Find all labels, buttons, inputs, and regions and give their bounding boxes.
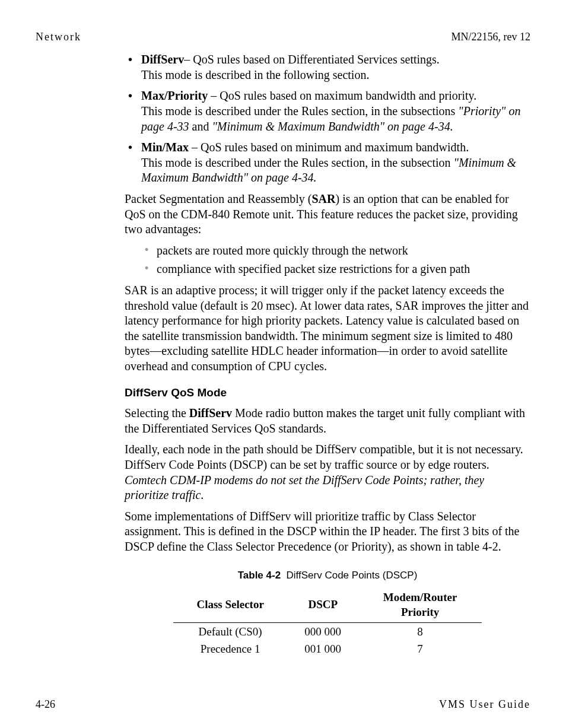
- sep: –: [184, 53, 193, 66]
- text: Packet Segmentation and Reassembly (: [125, 192, 311, 205]
- table-caption: Table 4-2 DiffServ Code Points (DSCP): [125, 569, 530, 583]
- text: Priority: [401, 606, 439, 618]
- cell: Precedence 1: [173, 640, 287, 658]
- paragraph: Some implementations of DiffServ will pr…: [125, 509, 530, 555]
- paragraph: Selecting the DiffServ Mode radio button…: [125, 406, 530, 436]
- header-left: Network: [36, 30, 81, 44]
- mode-list: DiffServ– QoS rules based on Differentia…: [125, 52, 530, 186]
- table-row: Default (CS0) 000 000 8: [173, 622, 482, 640]
- cell: 8: [358, 622, 482, 640]
- paragraph: Ideally, each node in the path should be…: [125, 442, 530, 503]
- text: This mode is described under the Rules s…: [141, 104, 458, 117]
- text: QoS rules based on minimum and maximum b…: [201, 141, 469, 154]
- table-header-row: Class Selector DSCP Modem/Router Priorit…: [173, 586, 482, 623]
- running-footer: 4-26 VMS User Guide: [36, 697, 530, 711]
- list-item: Max/Priority – QoS rules based on maximu…: [125, 88, 530, 134]
- col-header: Class Selector: [173, 586, 287, 623]
- list-item: packets are routed more quickly through …: [142, 243, 530, 259]
- text: QoS rules based on Differentiated Servic…: [193, 53, 440, 66]
- text: Selecting the: [125, 406, 189, 419]
- footer-right: VMS User Guide: [439, 697, 530, 711]
- cross-ref: "Minimum & Maximum Bandwidth" on page 4-…: [212, 120, 453, 133]
- text: and: [189, 120, 212, 133]
- text: .: [201, 488, 203, 501]
- term: DiffServ: [189, 406, 232, 419]
- term: DiffServ: [141, 53, 184, 66]
- paragraph: SAR is an adaptive process; it will trig…: [125, 283, 530, 374]
- text: Ideally, each node in the path should be…: [125, 443, 523, 471]
- paragraph: Packet Segmentation and Reassembly (SAR)…: [125, 192, 530, 237]
- text: packets are routed more quickly through …: [157, 244, 408, 257]
- list-item: DiffServ– QoS rules based on Differentia…: [125, 52, 530, 82]
- col-header: DSCP: [287, 586, 358, 623]
- text: This mode is described under the Rules s…: [141, 156, 454, 169]
- term: Max/Priority: [141, 89, 208, 102]
- body: DiffServ– QoS rules based on Differentia…: [125, 52, 530, 658]
- text: compliance with specified packet size re…: [157, 262, 470, 275]
- cell: 7: [358, 640, 482, 658]
- text: This mode is described in the following …: [141, 68, 369, 81]
- cell: 001 000: [287, 640, 358, 658]
- term: SAR: [311, 192, 335, 205]
- table-row: Precedence 1 001 000 7: [173, 640, 482, 658]
- header-right: MN/22156, rev 12: [451, 30, 531, 44]
- list-item: compliance with specified packet size re…: [142, 262, 530, 277]
- dscp-table: Class Selector DSCP Modem/Router Priorit…: [173, 586, 482, 659]
- term: Min/Max: [141, 141, 189, 154]
- section-heading: DiffServ QoS Mode: [125, 385, 530, 400]
- table-title: DiffServ Code Points (DSCP): [287, 570, 418, 581]
- emphasis: Comtech CDM-IP modems do not set the Dif…: [125, 473, 484, 502]
- sep: –: [189, 141, 201, 154]
- running-header: Network MN/22156, rev 12: [36, 30, 530, 44]
- list-item: Min/Max – QoS rules based on minimum and…: [125, 140, 530, 186]
- cell: Default (CS0): [173, 622, 287, 640]
- sub-list: packets are routed more quickly through …: [142, 243, 530, 277]
- text: Modem/Router: [383, 591, 457, 603]
- table-label: Table 4-2: [238, 570, 281, 581]
- sep: –: [208, 89, 220, 102]
- page-number: 4-26: [36, 697, 55, 711]
- cell: 000 000: [287, 622, 358, 640]
- col-header: Modem/Router Priority: [358, 586, 482, 623]
- text: QoS rules based on maximum bandwidth and…: [220, 89, 476, 102]
- page: Network MN/22156, rev 12 DiffServ– QoS r…: [0, 0, 566, 728]
